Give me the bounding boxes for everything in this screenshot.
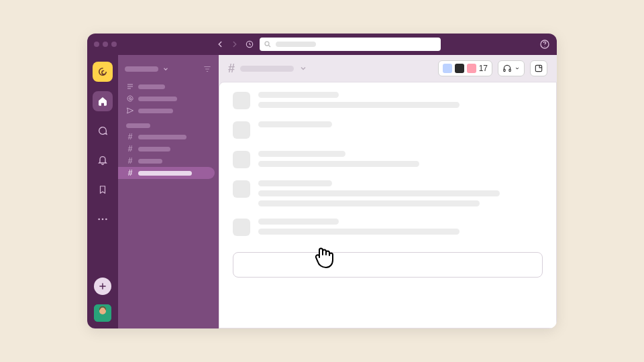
app-body: #### # 17 [87,55,557,328]
help-icon[interactable] [539,39,550,50]
message-text-line [258,190,500,196]
svg-rect-12 [509,69,511,72]
svg-point-3 [544,46,545,47]
member-avatar [455,64,464,73]
more-icon[interactable] [93,209,113,229]
member-count: 17 [479,64,488,73]
chevron-down-icon [515,66,520,71]
thread-icon [126,82,134,90]
back-icon[interactable] [215,40,225,49]
svg-rect-13 [535,65,541,71]
sidebar-channel-item[interactable]: # [118,167,215,179]
channel-name[interactable] [240,66,294,72]
message-row[interactable] [233,92,543,109]
plus-icon [98,282,107,291]
search-input[interactable] [260,38,441,51]
sidebar-channel-item[interactable]: # [118,155,219,167]
message-text-line [258,200,480,206]
nav-controls [215,40,254,49]
message-avatar[interactable] [233,121,250,139]
home-icon[interactable] [93,91,113,111]
svg-rect-11 [504,69,505,72]
svg-point-7 [105,219,107,221]
message-text-line [258,161,419,167]
message-avatar[interactable] [233,151,250,168]
message-row[interactable] [233,121,543,139]
swirl-icon [97,66,109,78]
canvas-icon [534,64,543,73]
filter-icon[interactable] [203,64,212,74]
titlebar [87,34,557,55]
message-content [258,151,543,168]
search-icon [264,40,272,48]
members-pill[interactable]: 17 [438,60,492,76]
message-content [258,180,543,206]
sidebar-quick-item[interactable] [118,80,219,93]
message-avatar[interactable] [233,219,250,236]
workspace-name [125,66,158,72]
canvas-button[interactable] [530,60,547,76]
sidebar-quick-item[interactable] [118,93,219,105]
message-avatar[interactable] [233,180,250,198]
workspace-tile[interactable] [93,62,113,82]
sidebar-item-label [138,159,162,164]
message-row[interactable] [233,151,543,168]
message-content [258,92,543,109]
sidebar-item-label [138,171,192,176]
svg-point-6 [102,219,104,221]
sidebar-item-label [138,84,165,89]
hash-icon: # [126,168,134,178]
history-icon[interactable] [245,40,254,49]
traffic-light[interactable] [111,42,117,47]
chevron-down-icon[interactable] [299,64,307,72]
dm-icon[interactable] [93,121,113,141]
message-row[interactable] [233,180,543,206]
forward-icon[interactable] [230,40,239,49]
workspace-switcher[interactable] [118,62,219,80]
svg-point-5 [98,219,100,221]
message-avatar[interactable] [233,92,250,109]
app-window: #### # 17 [87,34,557,328]
message-text-line [258,92,339,98]
hash-icon: # [126,132,134,141]
chevron-down-icon [162,66,169,72]
sidebar-item-label [138,147,170,152]
member-avatar [467,64,476,73]
message-text-line [258,151,345,157]
drafts-icon [126,107,134,115]
message-list[interactable] [219,82,557,328]
message-content [258,121,543,139]
traffic-light[interactable] [94,42,99,47]
channels-header[interactable] [126,123,150,128]
mentions-icon [126,95,134,103]
hash-icon: # [126,144,134,154]
hash-icon: # [228,62,235,76]
message-composer[interactable] [233,252,543,278]
message-text-line [258,102,460,108]
activity-icon[interactable] [93,150,113,170]
sidebar-channel-item[interactable]: # [118,143,219,155]
message-text-line [258,229,460,235]
svg-point-1 [265,42,269,46]
workspace-rail [87,55,118,328]
later-icon[interactable] [93,180,113,200]
message-text-line [258,121,332,127]
main-pane: # 17 [219,55,557,328]
message-content [258,219,543,236]
sidebar-item-label [138,109,173,113]
headphones-icon [502,64,512,73]
user-avatar[interactable] [94,304,111,322]
message-row[interactable] [233,219,543,236]
sidebar-item-label [138,97,177,101]
sidebar-item-label [138,135,186,139]
message-text-line [258,180,332,186]
sidebar-channel-item[interactable]: # [118,131,219,143]
create-button[interactable] [94,278,111,295]
traffic-light[interactable] [103,42,108,47]
huddle-button[interactable] [498,60,525,76]
channel-header: # 17 [219,55,557,82]
sidebar-quick-item[interactable] [118,105,219,117]
member-avatar [443,64,452,73]
hash-icon: # [126,156,134,166]
traffic-lights [94,42,117,47]
